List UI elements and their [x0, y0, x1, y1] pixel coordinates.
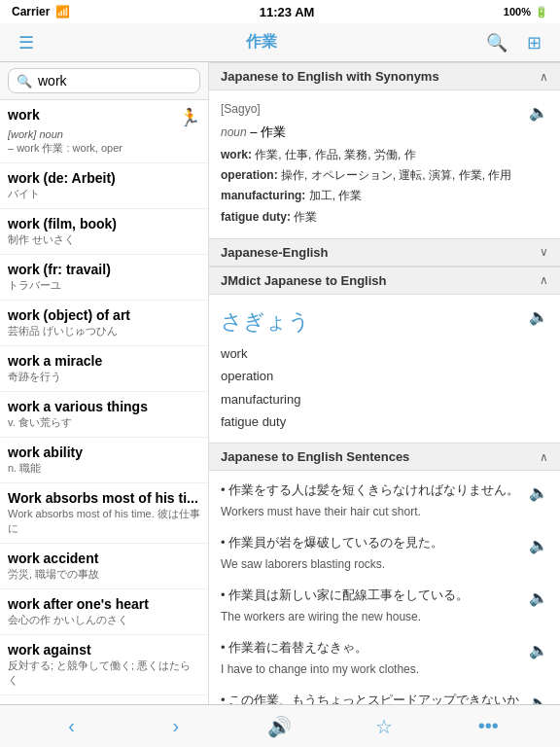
list-item[interactable]: work against 反対する; と競争して働く; 悪くはたらく [0, 635, 208, 695]
audio-icon-s5[interactable]: 🔈 [529, 691, 548, 704]
word-type-label: noun [221, 125, 247, 139]
jmdict-lines: work operation manufacturing fatigue dut… [221, 342, 529, 434]
synonyms-section-header[interactable]: Japanese to English with Synonyms ∧ [209, 62, 560, 90]
word-sub: 制作 せいさく [8, 232, 200, 247]
sentence-item: • この作業、もうちょっとスピードアップできないかなあ。 I'd like yo… [221, 691, 548, 704]
list-item[interactable]: Work absorbs most of his ti... Work abso… [0, 483, 208, 544]
word-title: work accident [8, 551, 200, 566]
word-title: work after one's heart [8, 596, 200, 612]
word-icon: 🏃 [179, 107, 200, 128]
battery-label: 100% [504, 6, 531, 18]
jmdict-section-title: JMdict Japanese to English [221, 273, 387, 288]
audio-icon-synonyms[interactable]: 🔈 [529, 100, 548, 125]
word-title: work ability [8, 445, 200, 460]
word-sub: 芸術品 げいじゅつひん [8, 324, 200, 338]
jmdict-line-work: work [221, 342, 529, 365]
sentence-content: • 作業をする人は髪を短くきらなければなりません。 Workers must h… [221, 480, 529, 521]
status-time: 11:23 AM [260, 5, 315, 19]
jmdict-japanese: さぎょう [221, 304, 529, 338]
search-input[interactable] [38, 73, 208, 89]
sentences-section-body: • 作業をする人は髪を短くきらなければなりません。 Workers must h… [209, 471, 560, 704]
word-sub: 会心の作 かいしんのさく [8, 613, 200, 627]
next-button[interactable]: › [157, 715, 195, 737]
list-item[interactable]: work 🏃 [work] noun – work 作業 : work, ope… [0, 100, 208, 163]
list-item[interactable]: work against my will I did the work agai… [0, 695, 208, 704]
sentence-en: We saw laborers blasting rocks. [221, 555, 529, 574]
star-button[interactable]: ☆ [365, 715, 403, 738]
sentence-jp: • 作業員が岩を爆破しているのを見た。 [221, 533, 529, 553]
sentence-en: Workers must have their hair cut short. [221, 503, 529, 521]
list-item[interactable]: work (object) of art 芸術品 げいじゅつひん [0, 301, 208, 346]
carrier-label: Carrier [12, 5, 50, 18]
sentences-chevron: ∧ [540, 450, 548, 464]
word-sub: – work 作業 : work, oper [8, 141, 200, 156]
word-sub: n. 職能 [8, 461, 200, 476]
synonyms-section-body: [Sagyo] noun – 作業 work: 作業, 仕事, 作品, 業務, … [209, 90, 560, 238]
wifi-icon: 📶 [55, 5, 70, 18]
search-icon: 🔍 [17, 74, 32, 89]
syn-fatigue: fatigue duty: 作業 [221, 208, 529, 227]
list-item[interactable]: work (de: Arbeit) バイト [0, 163, 208, 209]
sentence-jp: • この作業、もうちょっとスピードアップできないかなあ。 [221, 691, 529, 704]
dash-separator: – [250, 124, 261, 139]
audio-button[interactable]: 🔊 [261, 715, 299, 738]
jmdict-section-header[interactable]: JMdict Japanese to English ∧ [209, 267, 560, 295]
audio-icon-s2[interactable]: 🔈 [529, 533, 548, 558]
audio-icon-s1[interactable]: 🔈 [529, 480, 548, 506]
more-button[interactable]: ••• [469, 715, 508, 737]
sentence-en: The workers are wiring the new house. [221, 608, 529, 626]
word-title: work (fr: travail) [8, 262, 200, 277]
syn-work: work: 作業, 仕事, 作品, 業務, 労働, 作 [221, 146, 529, 164]
nav-bar: ☰ 作業 🔍 ⊞ [0, 23, 560, 62]
word-title: work against [8, 642, 200, 658]
search-nav-icon[interactable]: 🔍 [482, 32, 511, 53]
japanese-english-section-header[interactable]: Japanese-English ∨ [209, 238, 560, 267]
status-left: Carrier 📶 [12, 5, 70, 18]
jmdict-line-manufacturing: manufacturing [221, 388, 529, 410]
list-item[interactable]: work (fr: travail) トラバーユ [0, 255, 208, 301]
word-title: work a miracle [8, 353, 200, 369]
word-title: work a various things [8, 399, 200, 414]
word-title: work (film, book) [8, 216, 200, 231]
word-sub: バイト [8, 187, 200, 201]
list-item[interactable]: work ability n. 職能 [0, 438, 208, 483]
japanese-english-chevron: ∨ [540, 245, 548, 259]
word-title: work (object) of art [8, 307, 200, 323]
list-item[interactable]: work (film, book) 制作 せいさく [0, 209, 208, 255]
jmdict-chevron: ∧ [540, 273, 548, 287]
sentence-content: • 作業着に着替えなきゃ。 I have to change into my w… [221, 638, 529, 679]
main-content: 🔍 ✕ work 🏃 [work] noun – work 作業 : work,… [0, 62, 560, 704]
japanese-english-section-title: Japanese-English [221, 245, 329, 260]
prev-button[interactable]: ‹ [52, 715, 91, 737]
word-sub: v. 食い荒らす [8, 415, 200, 430]
sentences-section-header[interactable]: Japanese to English Sentences ∧ [209, 443, 560, 471]
jmdict-section-body: さぎょう work operation manufacturing fatigu… [209, 295, 560, 444]
layout-icon[interactable]: ⊞ [519, 32, 548, 53]
nav-title: 作業 [41, 32, 482, 53]
sentence-item: • 作業着に着替えなきゃ。 I have to change into my w… [221, 638, 548, 679]
sentence-item: • 作業員は新しい家に配線工事をしている。 The workers are wi… [221, 586, 548, 626]
audio-icon-jmdict[interactable]: 🔈 [529, 304, 548, 330]
word-sub: 労災, 職場での事故 [8, 567, 200, 582]
audio-icon-s3[interactable]: 🔈 [529, 586, 548, 611]
sentence-jp: • 作業員は新しい家に配線工事をしている。 [221, 586, 529, 606]
word-title: work [8, 107, 179, 123]
word-sub: 奇跡を行う [8, 370, 200, 384]
word-list: work 🏃 [work] noun – work 作業 : work, ope… [0, 100, 208, 704]
word-title: work (de: Arbeit) [8, 170, 200, 186]
list-item[interactable]: work after one's heart 会心の作 かいしんのさく [0, 589, 208, 635]
list-item[interactable]: work a various things v. 食い荒らす [0, 392, 208, 438]
status-bar: Carrier 📶 11:23 AM 100% 🔋 [0, 0, 560, 23]
japanese-word: 作業 [261, 124, 286, 139]
list-item[interactable]: work accident 労災, 職場での事故 [0, 544, 208, 589]
search-input-wrapper: 🔍 ✕ [8, 68, 200, 93]
sentence-jp: • 作業をする人は髪を短くきらなければなりません。 [221, 480, 529, 501]
search-bar: 🔍 ✕ [0, 62, 208, 100]
jmdict-line-fatigue: fatigue duty [221, 410, 529, 433]
list-item[interactable]: work a miracle 奇跡を行う [0, 346, 208, 392]
word-sub: トラバーユ [8, 278, 200, 293]
sentence-content: • この作業、もうちょっとスピードアップできないかなあ。 I'd like yo… [221, 691, 529, 704]
menu-icon[interactable]: ☰ [12, 32, 41, 53]
sentences-section-title: Japanese to English Sentences [221, 449, 409, 464]
audio-icon-s4[interactable]: 🔈 [529, 638, 548, 663]
